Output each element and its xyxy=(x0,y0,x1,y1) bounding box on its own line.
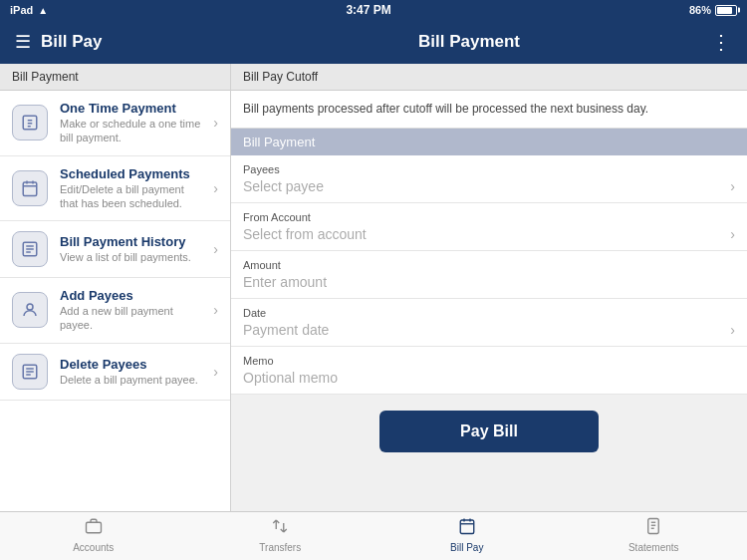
chevron-right-icon-2: › xyxy=(213,241,218,257)
payees-row[interactable]: Payees Select payee › xyxy=(231,155,747,203)
memo-row-inner: Optional memo xyxy=(243,370,735,386)
nav-bar: ☰ Bill Pay Bill Payment ⋮ xyxy=(0,20,747,64)
chevron-right-icon-1: › xyxy=(213,180,218,196)
date-chevron: › xyxy=(730,322,735,338)
sidebar-item-desc-2: View a list of bill payments. xyxy=(60,250,201,264)
amount-row-inner: Enter amount xyxy=(243,274,735,290)
sidebar-item-delete-payees[interactable]: Delete Payees Delete a bill payment paye… xyxy=(0,344,230,401)
hamburger-icon[interactable]: ☰ xyxy=(15,31,31,53)
amount-value: Enter amount xyxy=(243,274,735,290)
status-right: 86% xyxy=(689,4,737,16)
sidebar-item-desc-0: Make or schedule a one time bill payment… xyxy=(60,117,201,145)
carrier-label: iPad xyxy=(10,4,33,16)
svg-rect-18 xyxy=(460,520,474,534)
status-left: iPad ▲ xyxy=(10,4,48,16)
sidebar: Bill Payment One Time Payment Make or sc… xyxy=(0,64,231,511)
add-payees-icon xyxy=(12,292,48,328)
cutoff-message: Bill payments processed after cutoff wil… xyxy=(231,91,747,129)
cutoff-header: Bill Pay Cutoff xyxy=(231,64,747,91)
nav-left-title: Bill Pay xyxy=(41,32,102,52)
chevron-right-icon-0: › xyxy=(213,115,218,131)
amount-row[interactable]: Amount Enter amount xyxy=(231,251,747,299)
tab-statements-label: Statements xyxy=(628,542,679,553)
more-icon[interactable]: ⋮ xyxy=(711,30,732,54)
wifi-icon: ▲ xyxy=(38,5,48,16)
svg-point-12 xyxy=(27,304,33,310)
from-account-row-inner: Select from account › xyxy=(243,226,735,242)
sidebar-text-delete-payees: Delete Payees Delete a bill payment paye… xyxy=(60,357,201,387)
tab-transfers[interactable]: Transfers xyxy=(187,512,374,560)
sidebar-text-one-time: One Time Payment Make or schedule a one … xyxy=(60,101,201,145)
from-account-label: From Account xyxy=(243,211,735,223)
sidebar-text-add-payees: Add Payees Add a new bill payment payee. xyxy=(60,288,201,333)
date-row-inner: Payment date › xyxy=(243,322,735,338)
accounts-icon xyxy=(83,517,105,540)
nav-center-title: Bill Payment xyxy=(418,32,520,52)
payees-label: Payees xyxy=(243,163,735,175)
right-panel: Bill Pay Cutoff Bill payments processed … xyxy=(231,64,747,511)
one-time-payment-icon xyxy=(12,105,48,140)
from-account-value: Select from account xyxy=(243,226,730,242)
nav-left: ☰ Bill Pay xyxy=(0,31,231,53)
memo-value: Optional memo xyxy=(243,370,735,386)
form-section-header: Bill Payment xyxy=(231,129,747,155)
battery-icon xyxy=(715,5,737,16)
delete-payees-icon xyxy=(12,354,48,390)
sidebar-text-history: Bill Payment History View a list of bill… xyxy=(60,234,201,264)
nav-right: ⋮ xyxy=(707,30,747,54)
from-account-chevron: › xyxy=(730,226,735,242)
scheduled-icon xyxy=(12,170,48,206)
sidebar-text-scheduled: Scheduled Payments Edit/Delete a bill pa… xyxy=(60,166,201,211)
bill-pay-icon xyxy=(456,517,478,540)
history-icon xyxy=(12,231,48,267)
sidebar-item-desc-1: Edit/Delete a bill payment that has been… xyxy=(60,182,201,211)
sidebar-item-title-2: Bill Payment History xyxy=(60,234,201,249)
tab-bar: Accounts Transfers Bill Pay Statements xyxy=(0,511,747,560)
chevron-right-icon-3: › xyxy=(213,302,218,318)
status-bar: iPad ▲ 3:47 PM 86% xyxy=(0,0,747,20)
pay-bill-button[interactable]: Pay Bill xyxy=(379,411,599,452)
tab-transfers-label: Transfers xyxy=(259,542,301,553)
tab-accounts-label: Accounts xyxy=(73,542,114,553)
tab-accounts[interactable]: Accounts xyxy=(0,512,187,560)
battery-label: 86% xyxy=(689,4,711,16)
sidebar-item-title-1: Scheduled Payments xyxy=(60,166,201,181)
sidebar-item-add-payees[interactable]: Add Payees Add a new bill payment payee.… xyxy=(0,278,230,344)
date-value: Payment date xyxy=(243,322,730,338)
date-row[interactable]: Date Payment date › xyxy=(231,299,747,347)
payees-row-inner: Select payee › xyxy=(243,178,735,194)
pay-bill-container: Pay Bill xyxy=(231,395,747,468)
statements-icon xyxy=(642,517,664,540)
payees-chevron: › xyxy=(730,178,735,194)
transfers-icon xyxy=(269,517,291,540)
nav-center: Bill Payment xyxy=(231,32,707,52)
sidebar-item-desc-3: Add a new bill payment payee. xyxy=(60,304,201,333)
svg-rect-4 xyxy=(23,182,37,196)
tab-statements[interactable]: Statements xyxy=(561,512,748,560)
sidebar-item-title-3: Add Payees xyxy=(60,288,201,303)
payees-value: Select payee xyxy=(243,178,730,194)
sidebar-item-one-time-payment[interactable]: One Time Payment Make or schedule a one … xyxy=(0,91,230,156)
from-account-row[interactable]: From Account Select from account › xyxy=(231,203,747,251)
memo-label: Memo xyxy=(243,355,735,367)
sidebar-item-scheduled[interactable]: Scheduled Payments Edit/Delete a bill pa… xyxy=(0,156,230,222)
sidebar-item-desc-4: Delete a bill payment payee. xyxy=(60,373,201,387)
battery-fill xyxy=(717,7,732,14)
tab-bill-pay-label: Bill Pay xyxy=(450,542,483,553)
date-label: Date xyxy=(243,307,735,319)
sidebar-item-title-4: Delete Payees xyxy=(60,357,201,372)
time-label: 3:47 PM xyxy=(346,3,390,17)
main-content: Bill Payment One Time Payment Make or sc… xyxy=(0,64,747,511)
amount-label: Amount xyxy=(243,259,735,271)
memo-row[interactable]: Memo Optional memo xyxy=(231,347,747,395)
svg-rect-17 xyxy=(86,522,101,533)
svg-rect-22 xyxy=(648,519,659,534)
sidebar-item-history[interactable]: Bill Payment History View a list of bill… xyxy=(0,221,230,278)
sidebar-item-title-0: One Time Payment xyxy=(60,101,201,116)
sidebar-header: Bill Payment xyxy=(0,64,230,91)
chevron-right-icon-4: › xyxy=(213,364,218,380)
tab-bill-pay[interactable]: Bill Pay xyxy=(374,512,561,560)
